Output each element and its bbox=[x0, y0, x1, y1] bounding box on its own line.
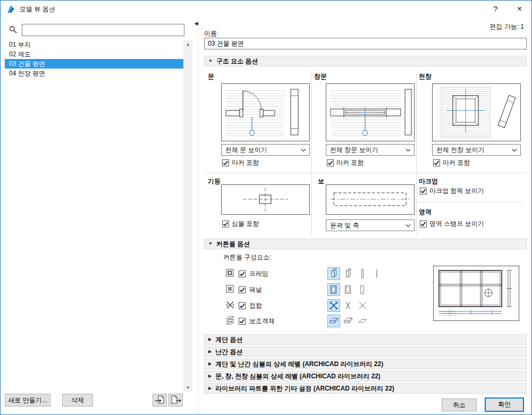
scroll-up-icon[interactable]: ▲ bbox=[183, 40, 192, 49]
ok-button[interactable]: 확인 bbox=[485, 397, 524, 412]
frame-row-label: 프레임 bbox=[249, 269, 268, 278]
accessory-option-2[interactable] bbox=[342, 315, 354, 327]
scroll-down-icon[interactable]: ▼ bbox=[183, 383, 192, 392]
export-icon bbox=[171, 395, 181, 406]
row-divider bbox=[204, 173, 527, 173]
import-icon bbox=[155, 395, 165, 406]
collapsed-triangle-icon: ▶ bbox=[208, 374, 212, 378]
panel-checkbox[interactable] bbox=[239, 286, 246, 293]
window-marker-row: 마커 포함 bbox=[327, 158, 364, 167]
collapsed-triangle-icon: ▶ bbox=[208, 337, 212, 342]
junction-icon bbox=[225, 300, 235, 311]
zone-label: 영역 bbox=[419, 208, 432, 217]
section-stair-options[interactable]: ▶ 계단 옵션 bbox=[204, 334, 527, 345]
section-misc-library-settings[interactable]: ▶ 라이브러리 파트를 위한 기타 설정 (ARCHICAD 라이브러리 22) bbox=[204, 383, 527, 394]
section-title: 계단 및 난간 심볼의 상세 레벨 (ARCHICAD 라이브러리 22) bbox=[215, 360, 383, 369]
help-button[interactable]: ? bbox=[484, 1, 508, 18]
window-label: 창문 bbox=[314, 72, 327, 81]
door-display-value: 전체 문 보이기 bbox=[225, 146, 267, 154]
junction-option-3[interactable] bbox=[356, 299, 369, 312]
junction-checkbox[interactable] bbox=[239, 302, 246, 309]
titlebar: 모델 뷰 옵션 ? × bbox=[1, 1, 531, 18]
column-symbol-label: 심볼 포함 bbox=[232, 219, 259, 228]
list-scrollbar[interactable]: ▲ ▼ bbox=[183, 40, 192, 392]
column-divider bbox=[311, 71, 312, 235]
frame-option-3[interactable] bbox=[356, 267, 369, 280]
section-title: 문, 창, 천창 심볼의 상세 레벨 (ARCHICAD 라이브러리 22) bbox=[215, 372, 381, 381]
column-label: 기둥 bbox=[208, 177, 221, 186]
door-marker-row: 마커 포함 bbox=[222, 158, 259, 167]
door-display-select[interactable]: 전체 문 보이기 bbox=[221, 144, 310, 156]
section-structure-options[interactable]: ▼ 구조 요소 옵션 bbox=[204, 56, 527, 66]
frame-checkbox[interactable] bbox=[239, 270, 246, 277]
import-settings-button[interactable] bbox=[153, 394, 167, 406]
door-marker-checkbox[interactable] bbox=[222, 159, 229, 166]
junction-option-2[interactable] bbox=[342, 299, 354, 312]
window-marker-label: 마커 포함 bbox=[336, 158, 364, 167]
panel-option-2[interactable] bbox=[342, 283, 354, 296]
panel-option-1[interactable] bbox=[327, 283, 340, 296]
door-preview bbox=[221, 83, 310, 141]
column-symbol-checkbox[interactable] bbox=[222, 221, 229, 227]
junction-option-1[interactable] bbox=[327, 299, 340, 312]
accessory-icon bbox=[225, 316, 235, 327]
column-preview bbox=[221, 184, 310, 215]
list-item[interactable]: 01 부지 bbox=[5, 40, 183, 49]
frame-option-1[interactable] bbox=[327, 267, 340, 280]
panel-option-3[interactable] bbox=[356, 283, 369, 296]
name-label: 이름: bbox=[204, 29, 218, 38]
frame-option-2[interactable] bbox=[342, 267, 354, 280]
close-button[interactable]: × bbox=[508, 1, 531, 18]
collapsed-triangle-icon: ▶ bbox=[208, 350, 212, 354]
name-input[interactable] bbox=[204, 38, 527, 49]
window-marker-checkbox[interactable] bbox=[327, 159, 334, 166]
window-display-select[interactable]: 전체 창문 보이기 bbox=[326, 144, 415, 156]
list-item[interactable]: 03 건물 평면 bbox=[5, 59, 183, 69]
zone-stamp-label: 영역 스탬프 보이기 bbox=[429, 219, 484, 228]
frame-option-4[interactable] bbox=[370, 267, 383, 280]
cw-panel-row: 패널 bbox=[225, 283, 417, 297]
beam-label: 보 bbox=[318, 177, 324, 186]
new-button[interactable]: 새로 만들기... bbox=[5, 394, 50, 406]
accessory-option-1[interactable] bbox=[327, 315, 340, 327]
accessory-options bbox=[327, 315, 369, 327]
accessory-option-3[interactable] bbox=[356, 315, 369, 327]
settings-panel: 편집 가능: 1 이름: ▼ 구조 요소 옵션 문 bbox=[199, 18, 532, 415]
cw-accessory-row: 보조객체 bbox=[225, 315, 417, 328]
delete-button[interactable]: 삭제 bbox=[62, 394, 93, 406]
cw-frame-row: 프레임 bbox=[225, 267, 417, 281]
junction-options bbox=[327, 299, 369, 312]
expanded-triangle-icon: ▼ bbox=[208, 59, 213, 63]
column-symbol-row: 심볼 포함 bbox=[222, 219, 259, 228]
section-door-window-skylight-detail-level[interactable]: ▶ 문, 창, 천창 심볼의 상세 레벨 (ARCHICAD 라이브러리 22) bbox=[204, 371, 527, 382]
model-view-options-dialog: 모델 뷰 옵션 ? × 01 부지 02 제도 03 건물 평면 04 천장 평… bbox=[0, 0, 532, 415]
skylight-display-value: 전체 천창 보이기 bbox=[436, 146, 485, 154]
section-title: 구조 요소 옵션 bbox=[216, 57, 258, 66]
window-preview bbox=[326, 83, 415, 141]
section-curtainwall-options[interactable]: ▼ 커튼월 옵션 bbox=[204, 239, 527, 249]
skylight-marker-checkbox[interactable] bbox=[433, 159, 440, 166]
zone-stamp-checkbox[interactable] bbox=[420, 221, 427, 227]
column-divider bbox=[416, 71, 417, 235]
skylight-marker-label: 마커 포함 bbox=[443, 158, 470, 167]
door-label: 문 bbox=[208, 72, 214, 81]
search-input[interactable] bbox=[22, 24, 184, 36]
markup-items-checkbox[interactable] bbox=[420, 188, 427, 194]
skylight-display-select[interactable]: 전체 천창 보이기 bbox=[432, 144, 521, 156]
section-stair-railing-detail-level[interactable]: ▶ 계단 및 난간 심볼의 상세 레벨 (ARCHICAD 라이브러리 22) bbox=[204, 359, 527, 369]
markup-items-row: 마크업 항목 보이기 bbox=[420, 187, 484, 196]
editable-count: 편집 가능: 1 bbox=[489, 22, 524, 31]
collapse-left-panel-button[interactable]: ◀ bbox=[193, 20, 199, 27]
list-item[interactable]: 04 천장 평면 bbox=[5, 69, 183, 78]
markup-zone-divider bbox=[419, 202, 522, 202]
export-settings-button[interactable] bbox=[168, 394, 183, 406]
zone-stamp-row: 영역 스탬프 보이기 bbox=[420, 219, 484, 228]
beam-display-select[interactable]: 윤곽 및 축 bbox=[326, 219, 415, 231]
expanded-triangle-icon: ▼ bbox=[208, 242, 213, 246]
cancel-button[interactable]: 취소 bbox=[442, 399, 477, 411]
list-item[interactable]: 02 제도 bbox=[5, 49, 183, 59]
accessory-checkbox[interactable] bbox=[239, 318, 246, 325]
collapsed-triangle-icon: ▶ bbox=[208, 386, 212, 391]
section-railing-options[interactable]: ▶ 난간 옵션 bbox=[204, 346, 527, 357]
frame-options bbox=[327, 267, 383, 280]
